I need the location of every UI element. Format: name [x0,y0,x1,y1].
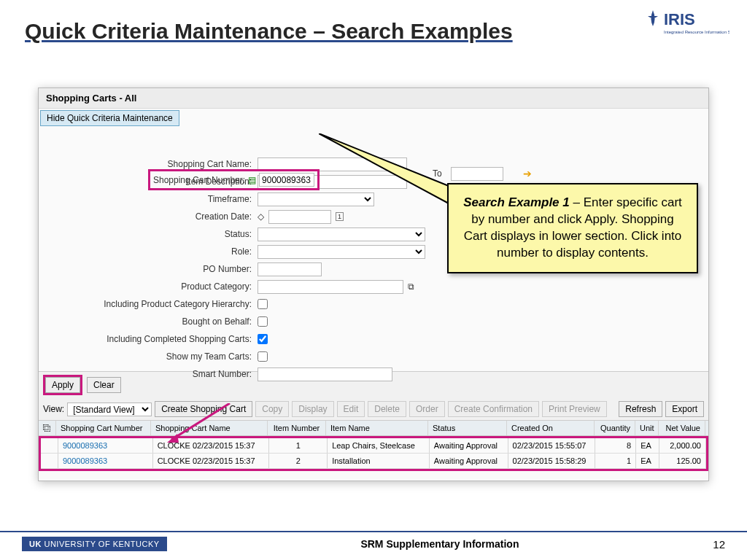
cart-link[interactable]: 9000089363 [58,438,153,453]
cart-number-label: Shopping Cart Number: [153,175,245,185]
cart-name-label: Shopping Cart Name: [46,159,258,169]
view-label: View: [43,404,64,414]
select-col-icon[interactable]: ⿻ [39,421,56,435]
product-cat-input[interactable] [258,280,403,294]
role-label: Role: [46,246,258,257]
svg-line-3 [171,403,230,440]
range-arrow-icon[interactable]: ➔ [523,168,532,179]
confirm-button[interactable]: Create Confirmation [448,401,539,417]
page-title: Quick Criteria Maintenance – Search Exam… [0,0,747,47]
col-unit: Unit [635,421,659,435]
smart-label: Smart Number: [46,369,258,379]
red-arrow-icon [164,403,237,447]
bought-label: Bought on Behalf: [46,316,258,327]
results-grid: ⿻ Shopping Cart Number Shopping Cart Nam… [39,420,708,471]
status-label: Status: [46,229,258,239]
col-qty: Quantity [595,421,635,435]
col-number: Shopping Cart Number [56,421,151,435]
svg-text:Integrated Resource Informatio: Integrated Resource Information System [664,30,729,34]
view-select[interactable]: [Standard View] [67,402,152,416]
incl-complete-checkbox[interactable] [258,334,268,344]
creation-date-label: Creation Date: [46,211,258,222]
smart-input[interactable] [258,368,392,381]
table-row[interactable]: 9000089363 CLOCKE 02/23/2015 15:37 1 Lea… [41,438,706,454]
po-number-label: PO Number: [46,264,258,274]
col-net: Net Value [659,421,705,435]
diamond-icon: ◇ [258,211,264,222]
footer: UK UNIVERSITY OF KENTUCKY SRM Supplement… [0,531,747,551]
delete-button[interactable]: Delete [368,401,406,417]
grid-header: ⿻ Shopping Cart Number Shopping Cart Nam… [39,421,708,436]
refresh-button[interactable]: Refresh [619,401,662,417]
col-item-name: Item Name [326,421,428,435]
bought-checkbox[interactable] [258,316,268,327]
export-button[interactable]: Export [665,401,704,417]
lookup-icon[interactable]: ⧉ [408,281,414,292]
shopping-carts-panel: Shopping Carts - All Hide Quick Criteria… [38,88,709,481]
col-item-num: Item Number [268,421,326,435]
callout-title: Search Example 1 [463,195,570,209]
list-icon[interactable]: ▤ [248,175,256,185]
incl-hier-checkbox[interactable] [258,299,268,309]
panel-title: Shopping Carts - All [39,88,708,109]
col-status: Status [428,421,507,435]
uk-logo: UK UNIVERSITY OF KENTUCKY [22,537,167,551]
incl-complete-label: Including Completed Shopping Carts: [46,334,258,344]
print-button[interactable]: Print Preview [542,401,607,417]
cart-number-highlight: Shopping Cart Number: ▤ [148,169,320,190]
display-button[interactable]: Display [292,401,333,417]
page-number: 12 [713,538,725,551]
col-created: Created On [507,421,595,435]
callout-pointer-icon [319,133,465,236]
timeframe-label: Timeframe: [46,194,258,204]
footer-title: SRM Supplementary Information [360,538,519,550]
team-checkbox[interactable] [258,351,268,362]
edit-button[interactable]: Edit [337,401,365,417]
copy-button[interactable]: Copy [255,401,289,417]
cart-number-input[interactable] [259,173,314,187]
product-cat-label: Product Category: [46,281,258,292]
callout-box: Search Example 1 – Enter specific cart b… [447,183,698,273]
order-button[interactable]: Order [409,401,445,417]
team-label: Show my Team Carts: [46,351,258,362]
svg-marker-4 [167,434,179,443]
incl-hier-label: Including Product Category Hierarchy: [46,299,258,309]
svg-marker-2 [319,133,449,203]
po-number-input[interactable] [258,262,322,276]
hide-criteria-button[interactable]: Hide Quick Criteria Maintenance [40,110,179,126]
cart-link[interactable]: 9000089363 [58,454,153,468]
rows-highlight: 9000089363 CLOCKE 02/23/2015 15:37 1 Lea… [39,436,708,471]
table-row[interactable]: 9000089363 CLOCKE 02/23/2015 15:37 2 Ins… [41,454,706,469]
iris-logo: IRISIntegrated Resource Information Syst… [642,6,729,45]
svg-text:IRIS: IRIS [664,10,695,28]
role-select[interactable] [258,245,425,259]
grid-toolbar: View: [Standard View] Create Shopping Ca… [39,398,708,420]
